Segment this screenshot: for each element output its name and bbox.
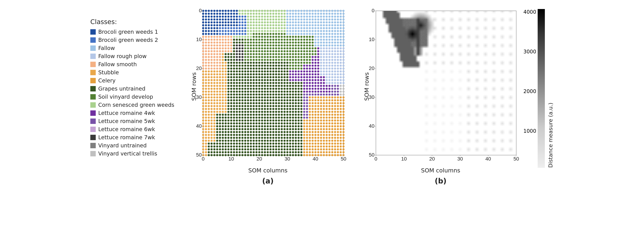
- legend-color-box: [90, 45, 96, 51]
- colorbar-tick-2000: 2000: [524, 88, 536, 94]
- colorbar-label: Distance measure (a.u.): [547, 9, 554, 168]
- legend-items-container: Brocoli green weeds 1Brocoli green weeds…: [90, 29, 174, 159]
- chart-b-y-label: SOM rows: [363, 72, 370, 101]
- legend-color-box: [90, 70, 96, 75]
- legend-item-label: Fallow: [98, 45, 115, 51]
- legend-color-box: [90, 29, 96, 35]
- legend-item-label: Vinyard untrained: [98, 142, 147, 149]
- legend-item: Soil vinyard develop: [90, 94, 174, 100]
- legend-item-label: Fallow smooth: [98, 61, 137, 67]
- chart-a-wrapper: SOM rows: [189, 7, 347, 166]
- legend-color-box: [90, 54, 96, 59]
- colorbar-tick-1000: 1000: [524, 128, 536, 134]
- chart-a-panel: SOM rows SOM columns (a): [189, 7, 347, 185]
- legend-item: Vinyard untrained: [90, 142, 174, 149]
- legend-item: Lettuce romaine 4wk: [90, 110, 174, 116]
- legend-item-label: Grapes untrained: [98, 85, 146, 92]
- chart-b-canvas: [362, 7, 520, 166]
- legend-item-label: Celery: [98, 77, 116, 84]
- chart-b-section: SOM rows SOM columns (b) 4000 3000 2000 …: [362, 7, 554, 185]
- legend-color-box: [90, 110, 96, 116]
- legend-item: Stubble: [90, 69, 174, 76]
- legend-item: Lettuce romaine 7wk: [90, 134, 174, 141]
- legend-item: Fallow: [90, 45, 174, 51]
- legend-item: Brocoli green weeds 1: [90, 29, 174, 35]
- legend-item-label: Lettuce romaine 6wk: [98, 126, 155, 132]
- legend-color-box: [90, 143, 96, 148]
- legend-color-box: [90, 119, 96, 124]
- chart-b-panel: SOM rows SOM columns (b): [362, 7, 520, 185]
- legend-color-box: [90, 151, 96, 156]
- colorbar-bar: [538, 9, 545, 168]
- legend-item: Brocoli green weeds 2: [90, 37, 174, 43]
- legend-color-box: [90, 102, 96, 108]
- colorbar-container: 4000 3000 2000 1000 Distance measure (a.…: [524, 9, 554, 168]
- legend-item: Lettuce romaine 5wk: [90, 118, 174, 124]
- legend-item-label: Lettuce romaine 7wk: [98, 134, 155, 141]
- chart-b-figure-label: (b): [435, 177, 446, 185]
- main-container: Classes: Brocoli green weeds 1Brocoli gr…: [0, 0, 644, 226]
- legend-title: Classes:: [90, 18, 117, 26]
- legend-color-box: [90, 135, 96, 140]
- legend-color-box: [90, 86, 96, 91]
- legend-item-label: Stubble: [98, 69, 119, 76]
- legend-item-label: Brocoli green weeds 1: [98, 29, 158, 35]
- legend-item: Celery: [90, 77, 174, 84]
- legend-panel: Classes: Brocoli green weeds 1Brocoli gr…: [90, 7, 174, 159]
- colorbar-tick-4000: 4000: [524, 9, 536, 15]
- chart-a-figure-label: (a): [262, 177, 274, 185]
- chart-a-x-label: SOM columns: [248, 167, 288, 174]
- legend-item-label: Lettuce romaine 4wk: [98, 110, 155, 116]
- legend-item-label: Brocoli green weeds 2: [98, 37, 158, 43]
- legend-color-box: [90, 127, 96, 132]
- chart-a-y-label: SOM rows: [190, 72, 198, 101]
- legend-item-label: Lettuce romaine 5wk: [98, 118, 155, 124]
- legend-color-box: [90, 62, 96, 67]
- legend-item: Corn senesced green weeds: [90, 102, 174, 108]
- legend-color-box: [90, 37, 96, 43]
- legend-item: Vinyard vertical trellis: [90, 150, 174, 157]
- legend-item: Grapes untrained: [90, 85, 174, 92]
- chart-b-x-label: SOM columns: [421, 167, 460, 174]
- chart-a-canvas: [189, 7, 347, 166]
- legend-color-box: [90, 94, 96, 99]
- legend-item: Fallow smooth: [90, 61, 174, 67]
- legend-item: Fallow rough plow: [90, 53, 174, 59]
- legend-color-box: [90, 78, 96, 83]
- legend-item-label: Fallow rough plow: [98, 53, 147, 59]
- legend-item-label: Soil vinyard develop: [98, 94, 153, 100]
- colorbar-tick-3000: 3000: [524, 49, 536, 55]
- colorbar-ticks: 4000 3000 2000 1000: [524, 9, 538, 168]
- legend-item-label: Corn senesced green weeds: [98, 102, 174, 108]
- chart-b-wrapper: SOM rows: [362, 7, 520, 166]
- legend-item-label: Vinyard vertical trellis: [98, 150, 157, 157]
- legend-item: Lettuce romaine 6wk: [90, 126, 174, 132]
